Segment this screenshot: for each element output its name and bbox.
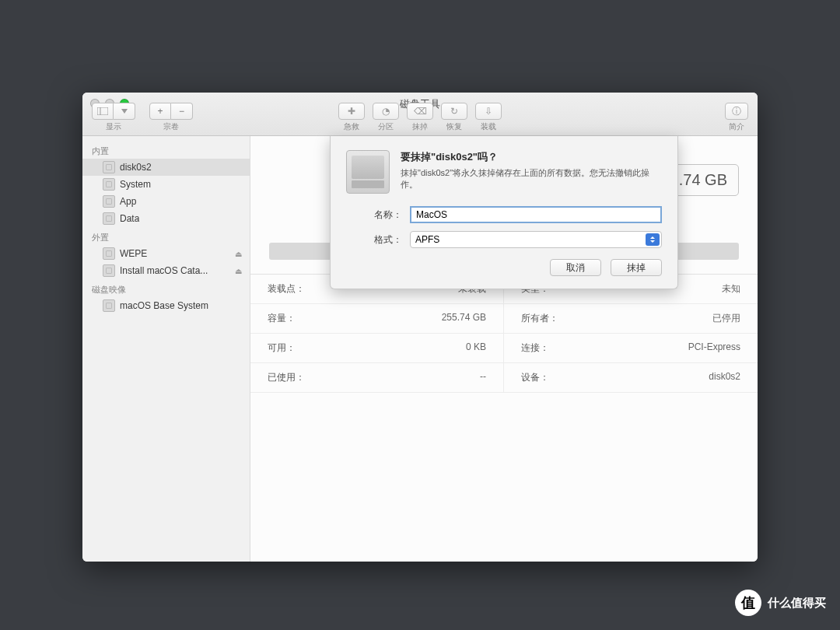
- restore-button[interactable]: ↻: [441, 103, 467, 120]
- detail-key: 可用：: [268, 341, 296, 355]
- sidebar-item-app[interactable]: App: [82, 193, 250, 210]
- erase-dialog: 要抹掉"disk0s2"吗？ 抹掉"disk0s2"将永久抹掉储存在上面的所有数…: [330, 136, 678, 289]
- sidebar-item-label: System: [120, 179, 151, 190]
- erase-icon: ⌫: [414, 106, 427, 117]
- sidebar: 内置 disk0s2 System App Data 外置 WEPE⏏ Inst…: [82, 136, 250, 562]
- add-volume-button[interactable]: +: [149, 103, 171, 120]
- svg-rect-0: [97, 107, 108, 115]
- sidebar-item-label: App: [120, 196, 136, 207]
- detail-key: 装载点：: [268, 282, 305, 296]
- sidebar-item-data[interactable]: Data: [82, 210, 250, 227]
- partition-button[interactable]: ◔: [373, 103, 399, 120]
- partition-label: 分区: [378, 121, 394, 132]
- info-label: 简介: [729, 121, 744, 132]
- detail-value: 0 KB: [466, 341, 486, 355]
- detail-key: 所有者：: [521, 312, 558, 325]
- main-panel: 255.74 GB 装载点：未装载类型：未知容量：255.74 GB所有者：已停…: [250, 136, 758, 562]
- sidebar-header-external: 外置: [82, 227, 250, 245]
- sidebar-item-label: Install macOS Cata...: [120, 265, 208, 276]
- format-label: 格式：: [346, 233, 410, 247]
- remove-volume-button[interactable]: −: [171, 103, 193, 120]
- detail-value: 未知: [722, 282, 740, 296]
- detail-key: 连接：: [521, 341, 549, 355]
- erase-label: 抹掉: [412, 121, 428, 132]
- watermark-text: 什么值得买: [768, 596, 826, 611]
- volume-label: 宗卷: [163, 121, 179, 132]
- center-toolbar: ✚急救 ◔分区 ⌫抹掉 ↻恢复 ⇩装载: [338, 103, 502, 132]
- volume-group: + − 宗卷: [149, 103, 193, 132]
- window-body: 内置 disk0s2 System App Data 外置 WEPE⏏ Inst…: [82, 136, 758, 562]
- mount-label: 装载: [481, 121, 496, 132]
- sidebar-item-label: WEPE: [120, 248, 147, 259]
- detail-value: 255.74 GB: [442, 312, 486, 325]
- volume-icon: [103, 299, 115, 312]
- view-label: 显示: [106, 121, 121, 132]
- detail-value: --: [480, 371, 486, 384]
- sidebar-item-label: Data: [120, 213, 139, 224]
- view-menu-button[interactable]: [114, 103, 135, 120]
- detail-value: 已停用: [712, 312, 740, 325]
- firstaid-button[interactable]: ✚: [338, 103, 365, 120]
- sidebar-item-wepe[interactable]: WEPE⏏: [82, 245, 250, 262]
- sidebar-toggle-button[interactable]: [92, 103, 114, 120]
- format-select[interactable]: APFS: [410, 231, 662, 248]
- piechart-icon: ◔: [382, 106, 390, 117]
- harddrive-icon: [346, 150, 390, 194]
- volume-icon: [103, 212, 115, 225]
- volume-icon: [103, 178, 115, 191]
- volume-icon: [103, 161, 115, 173]
- erase-confirm-button[interactable]: 抹掉: [611, 259, 662, 276]
- detail-row: 设备：disk0s2: [504, 363, 758, 393]
- dialog-message: 抹掉"disk0s2"将永久抹掉储存在上面的所有数据。您无法撤销此操作。: [401, 167, 662, 191]
- erase-button[interactable]: ⌫: [407, 103, 433, 120]
- sidebar-item-label: disk0s2: [120, 162, 152, 173]
- detail-row: 可用：0 KB: [250, 334, 504, 363]
- detail-key: 设备：: [521, 371, 549, 384]
- sidebar-header-internal: 内置: [82, 141, 250, 159]
- sidebar-item-base-system[interactable]: macOS Base System: [82, 297, 250, 314]
- detail-value: PCI-Express: [688, 341, 740, 355]
- sidebar-item-label: macOS Base System: [120, 300, 208, 311]
- titlebar: 磁盘工具 显示 + − 宗卷: [82, 93, 758, 136]
- cancel-button[interactable]: 取消: [550, 259, 601, 276]
- watermark-icon: 值: [735, 590, 761, 616]
- detail-row: 已使用：--: [250, 363, 504, 393]
- eject-icon[interactable]: ⏏: [235, 250, 242, 258]
- stethoscope-icon: ✚: [348, 106, 355, 117]
- watermark: 值 什么值得买: [735, 590, 826, 616]
- detail-value: disk0s2: [709, 371, 740, 384]
- info-button[interactable]: ⓘ: [725, 103, 748, 120]
- detail-row: 所有者：已停用: [504, 304, 758, 334]
- eject-icon[interactable]: ⏏: [235, 267, 242, 275]
- sidebar-item-system[interactable]: System: [82, 176, 250, 193]
- firstaid-label: 急救: [344, 121, 359, 132]
- detail-key: 容量：: [268, 312, 296, 325]
- detail-row: 连接：PCI-Express: [504, 334, 758, 363]
- volume-icon: [103, 195, 115, 208]
- detail-key: 已使用：: [268, 371, 305, 384]
- mount-icon: ⇩: [485, 106, 492, 117]
- restore-icon: ↻: [450, 106, 458, 117]
- format-value: APFS: [415, 234, 439, 245]
- chevron-updown-icon: [646, 233, 660, 246]
- sidebar-header-images: 磁盘映像: [82, 279, 250, 297]
- sidebar-item-install-macos[interactable]: Install macOS Cata...⏏: [82, 262, 250, 279]
- sidebar-item-disk0s2[interactable]: disk0s2: [82, 159, 250, 176]
- disk-utility-window: 磁盘工具 显示 + − 宗卷: [82, 93, 758, 562]
- dialog-title: 要抹掉"disk0s2"吗？: [401, 150, 662, 164]
- volume-icon: [103, 247, 115, 260]
- view-group: 显示: [92, 103, 135, 132]
- name-input[interactable]: [410, 206, 662, 223]
- info-icon: ⓘ: [732, 105, 741, 118]
- info-group: ⓘ 简介: [725, 103, 748, 132]
- detail-row: 容量：255.74 GB: [250, 304, 504, 334]
- details-panel: 装载点：未装载类型：未知容量：255.74 GB所有者：已停用可用：0 KB连接…: [250, 275, 758, 562]
- mount-button[interactable]: ⇩: [475, 103, 502, 120]
- restore-label: 恢复: [446, 121, 462, 132]
- name-label: 名称：: [346, 208, 410, 222]
- volume-icon: [103, 264, 115, 277]
